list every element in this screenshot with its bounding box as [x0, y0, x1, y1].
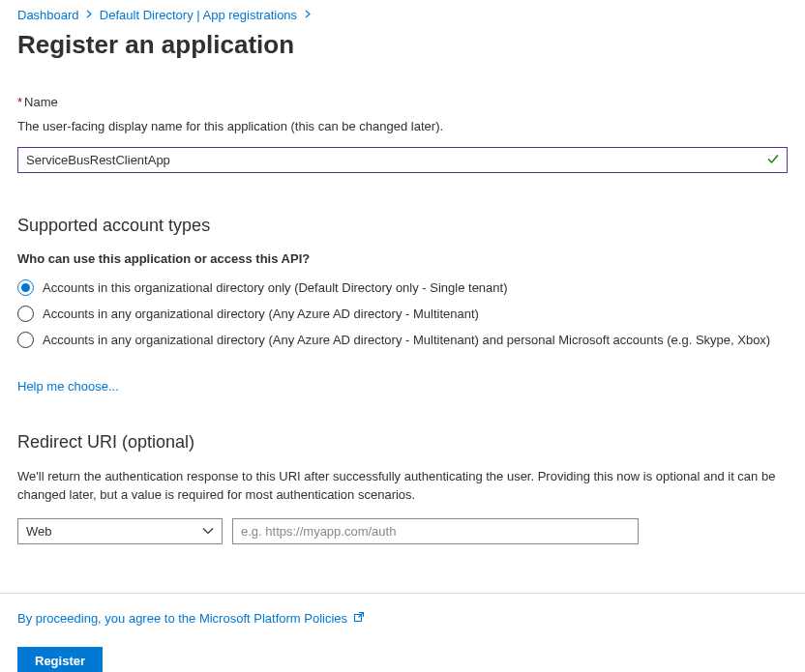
platform-selected-value: Web	[26, 524, 52, 539]
radio-unchecked-icon	[17, 306, 34, 322]
chevron-right-icon	[301, 10, 314, 20]
redirect-uri-heading: Redirect URI (optional)	[17, 432, 788, 453]
redirect-uri-description: We'll return the authentication response…	[17, 468, 788, 505]
register-button[interactable]: Register	[17, 647, 103, 672]
policy-text: By proceeding, you agree to the Microsof…	[17, 611, 788, 626]
radio-checked-icon	[17, 279, 34, 296]
name-label: *Name	[17, 95, 788, 109]
help-me-choose-link[interactable]: Help me choose...	[17, 379, 119, 394]
account-types-heading: Supported account types	[17, 216, 788, 236]
radio-single-tenant[interactable]: Accounts in this organizational director…	[17, 279, 788, 296]
breadcrumb-link-app-registrations[interactable]: Default Directory | App registrations	[100, 8, 297, 22]
platform-select[interactable]: Web	[17, 518, 223, 544]
breadcrumb: Dashboard Default Directory | App regist…	[17, 4, 788, 30]
redirect-uri-input[interactable]	[232, 518, 639, 544]
chevron-down-icon	[202, 524, 214, 539]
radio-label: Accounts in this organizational director…	[43, 280, 508, 295]
external-link-icon	[353, 611, 365, 626]
radio-multitenant[interactable]: Accounts in any organizational directory…	[17, 306, 788, 322]
chevron-right-icon	[82, 10, 96, 20]
account-types-question: Who can use this application or access t…	[17, 251, 788, 266]
radio-label: Accounts in any organizational directory…	[43, 333, 770, 347]
radio-unchecked-icon	[17, 332, 34, 348]
checkmark-icon	[766, 152, 780, 168]
name-input[interactable]	[17, 147, 788, 173]
account-types-radio-group: Accounts in this organizational director…	[17, 279, 788, 348]
divider	[0, 593, 805, 594]
radio-multitenant-personal[interactable]: Accounts in any organizational directory…	[17, 332, 788, 348]
page-title: Register an application	[17, 30, 788, 60]
required-asterisk: *	[17, 95, 22, 109]
radio-label: Accounts in any organizational directory…	[43, 307, 479, 321]
name-description: The user-facing display name for this ap…	[17, 119, 788, 133]
breadcrumb-link-dashboard[interactable]: Dashboard	[17, 8, 79, 22]
platform-policies-link[interactable]: By proceeding, you agree to the Microsof…	[17, 611, 347, 626]
